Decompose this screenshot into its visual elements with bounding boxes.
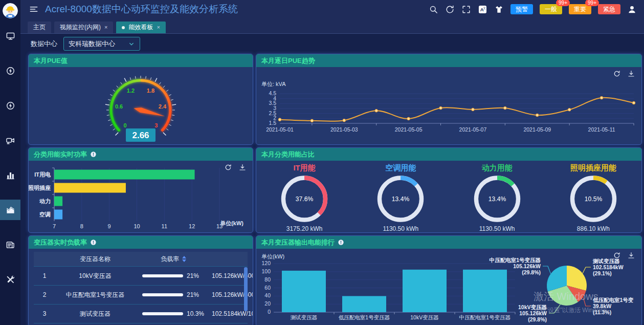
svg-text:单位(kW): 单位(kW): [220, 220, 243, 226]
sidebar-item-camera-3[interactable]: [0, 123, 20, 158]
datacenter-select-value: 安科瑞数据中心: [69, 39, 115, 49]
tab-bar: 主页视频监控(内网)×能效看板×: [20, 18, 644, 34]
tab-2[interactable]: 能效看板×: [116, 21, 165, 33]
download-chart-icon[interactable]: [238, 163, 247, 171]
alarm-button-2[interactable]: 重要99+: [569, 4, 591, 14]
alarm-count-badge: 99+: [556, 0, 570, 6]
svg-text:39.8kW: 39.8kW: [593, 303, 611, 309]
dashboard-grid: 本月PUE值 00.61.21.82.432.66 本月逐日PUE趋势 单位: …: [20, 54, 644, 325]
user-avatar[interactable]: [3, 3, 18, 18]
refresh-chart-icon[interactable]: [613, 251, 621, 259]
energy-icon: [0, 60, 20, 81]
download-chart-icon[interactable]: [627, 251, 635, 259]
tools-icon: [0, 269, 20, 290]
sidebar-item-energy-2[interactable]: [0, 88, 20, 123]
load-pct: 21%: [187, 272, 199, 279]
donut-IT用能: IT用能37.6%3175.20 kWh: [256, 161, 352, 232]
refresh-chart-icon[interactable]: [613, 70, 621, 78]
svg-text:2021-05-01: 2021-05-01: [266, 126, 294, 133]
svg-text:低压配电室1号变压器: 低压配电室1号变压器: [339, 314, 390, 320]
donut-ring: 37.6%: [278, 174, 330, 224]
table-scrollbar[interactable]: [244, 267, 248, 311]
svg-text:10kV变压器: 10kV变压器: [518, 304, 547, 310]
svg-text:空调: 空调: [39, 211, 51, 218]
sidebar-item-barchart-4[interactable]: [0, 158, 20, 192]
refresh-chart-icon[interactable]: [224, 163, 232, 171]
tab-0[interactable]: 主页: [28, 21, 51, 33]
sidebar-item-tools-7[interactable]: [0, 262, 20, 297]
svg-text:40: 40: [264, 292, 271, 298]
sidebar-item-news-6[interactable]: [0, 227, 20, 262]
filter-bar: 数据中心 安科瑞数据中心: [20, 34, 644, 54]
table-row[interactable]: 4低压配电室1号变压器8%39.8kW/500kVA: [34, 323, 248, 325]
panel-title: 分类用能实时功率: [34, 150, 87, 159]
svg-text:低压配电室1号变: 低压配电室1号变: [592, 297, 634, 303]
svg-text:(29.1%): (29.1%): [593, 270, 612, 276]
info-icon[interactable]: [90, 151, 97, 158]
panel-pue-gauge: 本月PUE值 00.61.21.82.432.66: [28, 54, 253, 145]
col-load-header[interactable]: 负载率: [135, 255, 212, 264]
pue-trend-line-chart: 1.522.533.544.52021-05-012021-05-032021-…: [256, 67, 641, 144]
panel-title: 本月PUE值: [34, 56, 68, 66]
donut-title: IT用能: [293, 163, 315, 173]
svg-text:9: 9: [108, 223, 111, 229]
info-icon[interactable]: [90, 239, 97, 246]
load-pct: 10.3%: [187, 310, 204, 317]
menu-toggle-icon[interactable]: [29, 4, 39, 14]
datacenter-select[interactable]: 安科瑞数据中心: [63, 37, 140, 51]
language-icon[interactable]: A文: [478, 5, 487, 14]
refresh-icon[interactable]: [445, 5, 455, 14]
table-row[interactable]: 3测试变压器10.3%102.5184kW/1000kVA: [34, 304, 248, 323]
download-chart-icon[interactable]: [627, 70, 635, 78]
alarm-button-3[interactable]: 紧急: [598, 4, 620, 14]
fullscreen-icon[interactable]: [461, 5, 471, 14]
load-rate-cell: 21%: [135, 272, 212, 279]
class-power-bar-chart: 78910111213IT用电照明插座动力空调单位(kW): [29, 161, 253, 232]
donut-title: 照明插座用能: [570, 163, 616, 173]
energy-share-donuts: IT用能37.6%3175.20 kWh空调用能13.4%1130.50 kWh…: [256, 161, 641, 232]
sidebar-item-energy-1[interactable]: [0, 53, 20, 88]
load-bar: [142, 312, 183, 315]
table-row[interactable]: 2中压配电室1号变压器21%105.126kW/500kVA: [34, 285, 248, 304]
table-row[interactable]: 110kV变压器21%105.126kW/500kVA: [34, 266, 248, 285]
svg-text:105.126kW: 105.126kW: [519, 310, 547, 316]
svg-text:中压配电室1号变压器: 中压配电室1号变压器: [490, 257, 541, 263]
load-rate-cell: 10.3%: [135, 310, 212, 317]
tab-1[interactable]: 视频监控(内网)×: [54, 21, 113, 33]
tab-close-icon[interactable]: ×: [157, 21, 160, 33]
user-icon[interactable]: [627, 5, 637, 14]
svg-text:(29.8%): (29.8%): [528, 316, 547, 322]
sidebar-item-monitor-0[interactable]: [0, 18, 20, 53]
row-index: 2: [34, 291, 55, 298]
panel-class-power: 分类用能实时功率 78910111213IT用电照明插座动力空调单位(kW): [28, 147, 253, 233]
svg-text:4.5: 4.5: [269, 90, 276, 96]
svg-text:105.126kW: 105.126kW: [513, 263, 541, 269]
donut-value: 886.10 kWh: [577, 225, 610, 232]
datacenter-label: 数据中心: [31, 39, 57, 49]
report-icon: [0, 234, 20, 255]
svg-text:2021-05-03: 2021-05-03: [330, 126, 358, 133]
svg-text:100: 100: [261, 268, 271, 274]
svg-text:37.6%: 37.6%: [296, 196, 314, 203]
tab-label: 能效看板: [128, 21, 153, 33]
info-icon[interactable]: [338, 239, 344, 246]
theme-shirt-icon[interactable]: [494, 5, 504, 14]
search-icon[interactable]: [429, 5, 438, 14]
tab-close-icon[interactable]: ×: [104, 21, 107, 33]
alarm-button-1[interactable]: 一般99+: [540, 4, 562, 14]
svg-text:13.4%: 13.4%: [488, 196, 506, 203]
donut-ring: 13.4%: [374, 174, 427, 224]
active-tab-dot: [122, 26, 125, 29]
svg-text:文: 文: [483, 6, 486, 9]
svg-text:8: 8: [80, 223, 83, 229]
donut-value: 1130.50 kWh: [383, 225, 418, 232]
alarm-button-0[interactable]: 预警: [510, 4, 533, 14]
svg-text:(29.8%): (29.8%): [522, 269, 541, 275]
donut-title: 空调用能: [385, 163, 416, 173]
svg-text:10: 10: [134, 223, 140, 229]
row-index: 3: [34, 310, 55, 317]
bar-chart-icon: [0, 165, 20, 185]
sidebar-item-areachart-5[interactable]: [0, 192, 20, 227]
capacity: 102.5184kW/1000kVA: [212, 310, 253, 317]
svg-text:80: 80: [264, 276, 271, 283]
